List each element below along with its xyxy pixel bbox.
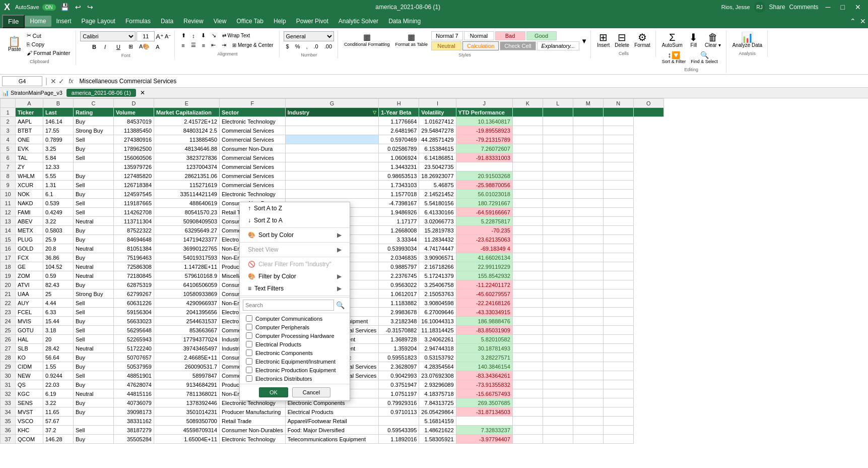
number-format-select[interactable]: General xyxy=(284,31,334,41)
cell-m[interactable] xyxy=(573,144,603,153)
increase-font-button[interactable]: A⁺ xyxy=(156,33,164,40)
cell-m[interactable] xyxy=(573,398,603,407)
cell-last[interactable]: 6.1 xyxy=(43,190,74,199)
comments-button[interactable]: Comments xyxy=(789,4,819,11)
cell-k[interactable] xyxy=(512,117,543,126)
cell-k[interactable] xyxy=(512,144,543,153)
cell-industry[interactable] xyxy=(285,144,379,153)
cell-last[interactable]: 5.55 xyxy=(43,171,74,181)
cell-ytd[interactable]: 186.9888476 xyxy=(456,317,512,326)
cell-l[interactable] xyxy=(543,171,573,181)
cell-l[interactable] xyxy=(543,407,573,417)
cell-mktcap[interactable]: 48134646.88 xyxy=(154,144,220,153)
cell-volume[interactable]: 178962500 xyxy=(114,144,154,153)
cell-last[interactable]: 0.4249 xyxy=(43,208,74,217)
cell-beta[interactable]: 2.3628097 xyxy=(379,362,419,371)
cell-ytd[interactable]: -45.60279557 xyxy=(456,289,512,299)
filter-sort-za[interactable]: ↓ Sort Z to A xyxy=(240,214,350,226)
cell-industry[interactable] xyxy=(285,153,379,162)
fill-color-button[interactable]: A🎨 xyxy=(137,42,152,51)
list-item[interactable]: Electrical Products xyxy=(240,340,350,348)
cell-ticker[interactable]: EVK xyxy=(16,144,43,153)
cell-ticker[interactable]: UAA xyxy=(16,289,43,299)
cell-mktcap[interactable]: 84803124 2.5 xyxy=(154,126,220,135)
cell-ticker[interactable]: FCX xyxy=(16,253,43,262)
cell-k[interactable] xyxy=(512,226,543,235)
share-button[interactable]: Share xyxy=(769,4,785,11)
cell-m[interactable] xyxy=(573,317,603,326)
cell-n[interactable] xyxy=(603,226,633,235)
cell-beta[interactable]: 1.17177 xyxy=(379,217,419,226)
cell-ytd[interactable]: 5.22875817 xyxy=(456,217,512,226)
header-n[interactable] xyxy=(603,108,633,117)
cell-beta[interactable]: 1.7343103 xyxy=(379,181,419,190)
cell-mktcap[interactable]: 36990122765 xyxy=(154,244,220,253)
cell-n[interactable] xyxy=(603,262,633,271)
cell-l[interactable] xyxy=(543,217,573,226)
cell-mktcap[interactable]: 5089350700 xyxy=(154,417,220,426)
paste-button[interactable]: 📋 Paste xyxy=(6,35,23,53)
wrap-text-button[interactable]: ⇄ Wrap Text xyxy=(220,32,252,39)
cell-volatility[interactable]: 6.14186851 xyxy=(419,153,456,162)
cell-volume[interactable]: 56295648 xyxy=(114,326,154,335)
cell-sector[interactable]: Commercial Services xyxy=(220,181,286,190)
decrease-decimal-button[interactable]: .0 xyxy=(311,42,321,50)
cell-ticker[interactable]: MVST xyxy=(16,407,43,417)
cell-rating[interactable]: Sell xyxy=(74,308,114,317)
style-calculation-button[interactable]: Calculation xyxy=(462,41,499,50)
cell-mktcap[interactable]: 2544631537 xyxy=(154,317,220,326)
cell-ytd[interactable]: -31.87134503 xyxy=(456,407,512,417)
cell-sector[interactable]: Commercial Services xyxy=(220,135,286,144)
cell-n[interactable] xyxy=(603,380,633,389)
header-m[interactable] xyxy=(573,108,603,117)
menu-formulas[interactable]: Formulas xyxy=(120,16,156,27)
cell-last[interactable]: 28.42 xyxy=(43,344,74,353)
cell-k[interactable] xyxy=(512,353,543,362)
cell-beta[interactable]: 1.3443231 xyxy=(379,162,419,171)
cell-ticker[interactable]: QCOM xyxy=(16,435,43,444)
cell-rating[interactable]: Buy xyxy=(74,190,114,199)
sort-filter-button[interactable]: ↕🔽 Sort & Filter xyxy=(660,50,688,65)
cell-ticker[interactable]: WHLM xyxy=(16,171,43,181)
align-top-button[interactable]: ⬆ xyxy=(179,31,188,40)
bold-button[interactable]: B xyxy=(90,43,101,51)
cell-rating[interactable]: Sell xyxy=(74,208,114,217)
cell-ytd[interactable]: -15.66757493 xyxy=(456,389,512,398)
cell-beta[interactable]: 0.59543395 xyxy=(379,426,419,435)
cell-mktcap[interactable]: 488640619 xyxy=(154,199,220,208)
cell-m[interactable] xyxy=(573,289,603,299)
cell-volume[interactable]: 38187279 xyxy=(114,426,154,435)
cell-ytd[interactable]: -23.62135063 xyxy=(456,235,512,244)
decrease-indent-button[interactable]: ⇤ xyxy=(209,41,218,49)
cell-sector[interactable]: Consumer Non-Durables xyxy=(220,426,286,435)
cell-mktcap[interactable]: 14719423377 xyxy=(154,235,220,244)
header-o[interactable] xyxy=(633,108,663,117)
cell-l[interactable] xyxy=(543,389,573,398)
cell-last[interactable]: 17.55 xyxy=(43,126,74,135)
cell-n[interactable] xyxy=(603,144,633,153)
cell-volatility[interactable]: 3.25406758 xyxy=(419,280,456,289)
cell-k[interactable] xyxy=(512,426,543,435)
cell-volatility[interactable]: 29.54847278 xyxy=(419,126,456,135)
cell-ticker[interactable]: SENS xyxy=(16,398,43,407)
cell-ticker[interactable]: PLUG xyxy=(16,235,43,244)
col-header-m[interactable]: M xyxy=(573,99,603,108)
cell-l[interactable] xyxy=(543,308,573,317)
cell-mktcap[interactable]: 335114421149 xyxy=(154,190,220,199)
cell-volatility[interactable]: 7.84313725 xyxy=(419,398,456,407)
cell-volatility[interactable]: 23.07692308 xyxy=(419,371,456,380)
cell-l[interactable] xyxy=(543,417,573,426)
cell-beta[interactable]: 1.1183882 xyxy=(379,299,419,308)
cell-n[interactable] xyxy=(603,289,633,299)
cell-k[interactable] xyxy=(512,199,543,208)
cell-m[interactable] xyxy=(573,235,603,244)
header-sector[interactable]: Sector ▼ xyxy=(220,108,286,117)
cell-last[interactable]: 0.9244 xyxy=(43,371,74,380)
cell-rating[interactable]: Sell xyxy=(74,335,114,344)
delete-button[interactable]: ⊟ Delete xyxy=(613,31,631,49)
cell-rating[interactable]: Buy xyxy=(74,253,114,262)
header-l[interactable] xyxy=(543,108,573,117)
list-item[interactable]: Computer Peripherals xyxy=(240,323,350,331)
filter-text-filters[interactable]: ≡ Text Filters ▶ xyxy=(240,282,350,295)
cell-rating[interactable] xyxy=(74,417,114,426)
